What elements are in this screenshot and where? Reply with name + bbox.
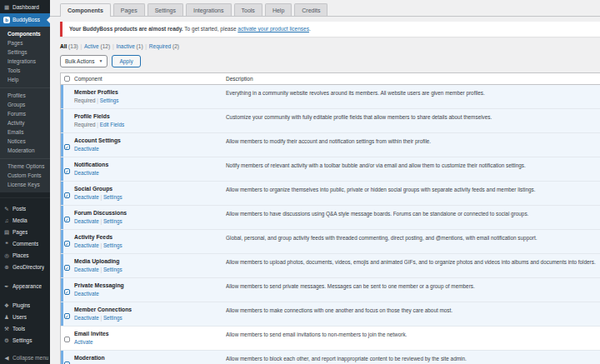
sidebar-item-buddyboss[interactable]: b BuddyBoss — [0, 13, 50, 27]
tab-help[interactable]: Help — [265, 3, 292, 16]
sidebar-item-pages[interactable]: Pages — [0, 38, 50, 47]
apply-button[interactable]: Apply — [112, 55, 140, 67]
row-checkbox[interactable] — [64, 241, 70, 247]
component-actions: Deactivate | Settings — [74, 265, 226, 272]
bulk-actions-select[interactable]: Bulk Actions ▼ — [60, 55, 108, 67]
tab-credits[interactable]: Credits — [294, 3, 328, 16]
sidebar-item-integrations[interactable]: Integrations — [0, 57, 50, 66]
sidebar-item-tools[interactable]: Tools — [0, 66, 50, 75]
tab-components[interactable]: Components — [60, 3, 111, 17]
filter-count: (2) — [171, 43, 179, 49]
table-row-private-messaging: Private MessagingDeactivateAllow members… — [61, 278, 600, 302]
sidebar-item-appearance[interactable]: ✒Appearance — [0, 281, 50, 292]
component-cell: Account SettingsDeactivate — [74, 133, 226, 157]
row-checkbox[interactable] — [64, 168, 70, 174]
action-settings[interactable]: Settings — [103, 267, 122, 272]
menu-group: ❖Plugins♟Users⚒Tools⚙Settings — [0, 297, 50, 349]
description-cell: Allow members to send private messages. … — [226, 278, 600, 302]
dashboard-icon: ▦ — [3, 4, 10, 11]
sidebar-item-label: Places — [12, 252, 29, 259]
required-label: Required — [74, 97, 96, 103]
table-row-activity-feeds: Activity FeedsDeactivate | SettingsGloba… — [61, 230, 600, 254]
sidebar-item-places[interactable]: ◎Places — [0, 250, 50, 262]
component-actions: Deactivate | Settings — [74, 313, 226, 321]
bulk-actions-bar: Bulk Actions ▼ Apply — [60, 55, 600, 67]
action-deactivate[interactable]: Deactivate — [74, 194, 99, 200]
filter-active[interactable]: Active — [84, 43, 99, 49]
sidebar-item-dashboard[interactable]: ▦ Dashboard — [0, 2, 50, 13]
description-cell: Global, personal, and group activity fee… — [226, 230, 600, 253]
components-table-body: Member ProfilesRequired | SettingsEveryt… — [61, 85, 600, 364]
sidebar-item-users[interactable]: ♟Users — [0, 312, 50, 323]
component-cell: Activity FeedsDeactivate | Settings — [74, 230, 226, 253]
sidebar-item-components[interactable]: Components — [0, 29, 50, 38]
row-checkbox[interactable] — [64, 265, 70, 271]
row-checkbox[interactable] — [64, 337, 70, 342]
component-title: Social Groups — [74, 182, 226, 192]
action-settings[interactable]: Settings — [100, 97, 119, 103]
activate-licenses-link[interactable]: activate your product licenses — [238, 26, 309, 32]
select-all-checkbox[interactable] — [64, 76, 70, 82]
sidebar-item-forums[interactable]: Forums — [0, 109, 50, 118]
table-row-profile-fields: Profile FieldsRequired | Edit FieldsCust… — [61, 109, 600, 133]
row-checkbox[interactable] — [64, 192, 70, 198]
sidebar-item-profiles[interactable]: Profiles — [0, 91, 50, 100]
sidebar-item-comments[interactable]: ❝Comments — [0, 238, 50, 250]
sidebar-item-pages[interactable]: ▤Pages — [0, 227, 50, 238]
row-checkbox[interactable] — [64, 144, 70, 150]
action-deactivate[interactable]: Deactivate — [74, 218, 99, 224]
sidebar-item-emails[interactable]: Emails — [0, 127, 50, 137]
sidebar-item-theme-options[interactable]: Theme Options — [0, 162, 50, 171]
tab-tools[interactable]: Tools — [234, 3, 262, 16]
sidebar-item-help[interactable]: Help — [0, 75, 50, 84]
sidebar-item-groups[interactable]: Groups — [0, 100, 50, 109]
action-deactivate[interactable]: Deactivate — [74, 170, 99, 176]
collapse-menu-button[interactable]: ◀ Collapse menu — [0, 352, 50, 364]
sidebar-item-label: Pages — [12, 229, 28, 236]
notice-text: To get started, please — [183, 26, 238, 32]
action-settings[interactable]: Settings — [103, 194, 122, 200]
filter-separator: | — [79, 43, 83, 49]
action-deactivate[interactable]: Deactivate — [74, 242, 99, 248]
action-settings[interactable]: Settings — [103, 242, 122, 248]
row-checkbox[interactable] — [64, 289, 70, 295]
collapse-icon: ◀ — [3, 355, 10, 362]
action-edit-fields[interactable]: Edit Fields — [100, 122, 124, 127]
sidebar-item-activity[interactable]: Activity — [0, 118, 50, 127]
action-settings[interactable]: Settings — [103, 218, 122, 224]
sidebar-item-notices[interactable]: Notices — [0, 137, 50, 146]
action-settings[interactable]: Settings — [103, 315, 122, 321]
tab-pages[interactable]: Pages — [113, 3, 145, 16]
sidebar-item-label: Posts — [12, 206, 26, 212]
action-deactivate[interactable]: Deactivate — [74, 146, 99, 152]
action-activate[interactable]: Activate — [74, 339, 92, 345]
sidebar-item-posts[interactable]: ✎Posts — [0, 203, 50, 215]
filter-inactive[interactable]: Inactive — [116, 43, 134, 49]
sidebar-item-license-keys[interactable]: License Keys — [0, 180, 50, 189]
sidebar-item-plugins[interactable]: ❖Plugins — [0, 300, 50, 312]
component-title: Notifications — [74, 157, 226, 168]
table-row-member-connections: Member ConnectionsDeactivate | SettingsA… — [61, 302, 600, 327]
filter-required[interactable]: Required — [149, 43, 171, 49]
table-row-media-uploading: Media UploadingDeactivate | SettingsAllo… — [61, 254, 600, 278]
sidebar-item-tools[interactable]: ⚒Tools — [0, 323, 50, 335]
sidebar-item-moderation[interactable]: Moderation — [0, 146, 50, 155]
tab-integrations[interactable]: Integrations — [186, 3, 232, 16]
sidebar-item-label: GeoDirectory — [12, 264, 44, 271]
action-deactivate[interactable]: Deactivate — [74, 291, 99, 297]
action-deactivate[interactable]: Deactivate — [74, 315, 99, 321]
description-column-header: Description — [226, 76, 600, 82]
submenu-group: ComponentsPagesSettingsIntegrationsTools… — [0, 29, 50, 84]
sidebar-item-label: Appearance — [12, 283, 42, 290]
sidebar-item-settings[interactable]: ⚙Settings — [0, 335, 50, 347]
row-checkbox[interactable] — [64, 313, 70, 319]
tab-settings[interactable]: Settings — [148, 3, 183, 16]
sidebar-item-geodirectory[interactable]: ⊕GeoDirectory — [0, 262, 50, 273]
action-deactivate[interactable]: Deactivate — [74, 267, 99, 272]
sidebar-item-settings[interactable]: Settings — [0, 47, 50, 57]
component-actions: Activate — [74, 337, 226, 345]
sidebar-item-media[interactable]: ♫Media — [0, 215, 50, 227]
description-cell: Allow members to make connections with o… — [226, 302, 600, 326]
row-checkbox[interactable] — [64, 217, 70, 222]
sidebar-item-custom-fonts[interactable]: Custom Fonts — [0, 171, 50, 180]
